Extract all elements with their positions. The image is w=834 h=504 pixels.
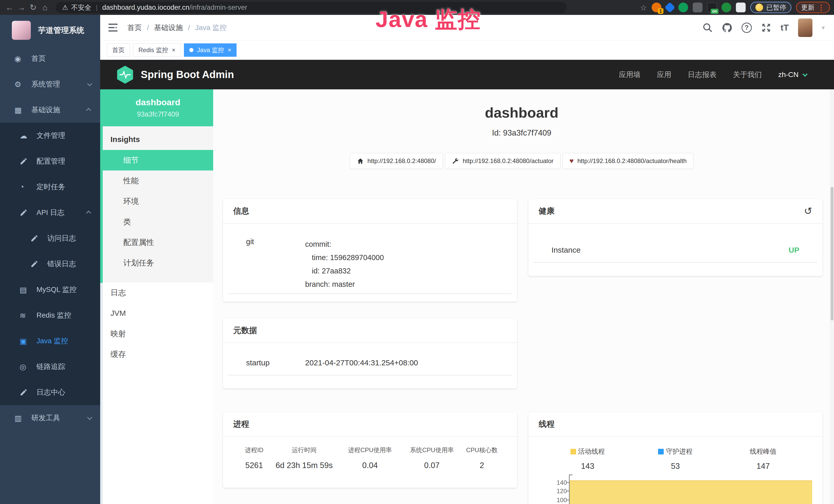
security-label[interactable]: 不安全: [71, 3, 91, 12]
sba-item-caches[interactable]: 缓存: [103, 344, 213, 365]
hamburger-icon[interactable]: [108, 24, 119, 32]
sidebar-item-config-manage[interactable]: 配置管理: [0, 148, 100, 174]
sidebar-item-access-log[interactable]: 访问日志: [0, 225, 100, 251]
sidebar-item-system[interactable]: ⚙ 系统管理: [0, 71, 100, 97]
sba-item-jvm[interactable]: JVM: [103, 303, 213, 323]
sba-item-config-props[interactable]: 配置属性: [103, 232, 213, 253]
sidebar-item-java-monitor[interactable]: ▣ Java 监控: [0, 328, 100, 354]
legend-swatch-yellow: [570, 449, 576, 455]
log-edit-icon: [20, 208, 37, 217]
close-icon[interactable]: ×: [227, 46, 231, 54]
sba-item-logs[interactable]: 日志: [103, 282, 213, 303]
metadata-value: 2021-04-27T00:44:31.254+08:00: [305, 359, 418, 367]
scrollbar-track[interactable]: [830, 89, 834, 504]
url-domain: dashboard.yudao.iocoder.cn: [102, 4, 189, 12]
actuator-url-button[interactable]: http://192.168.0.2:48080/actuator: [445, 153, 561, 169]
fullscreen-icon[interactable]: [761, 23, 771, 33]
sidebar-item-scheduled-jobs[interactable]: ◔ 定时任务: [0, 174, 100, 200]
tab-label: Java 监控: [197, 46, 224, 54]
log-edit-icon: [20, 388, 37, 396]
app-logo: [12, 21, 31, 40]
sba-instance-header[interactable]: dashboard 93a3fc7f7409: [103, 89, 213, 126]
extension-list-icon[interactable]: on: [707, 3, 717, 12]
tab-home[interactable]: 首页: [107, 43, 130, 57]
browser-menu-icon[interactable]: ⋮: [817, 3, 825, 12]
legend-value: 143: [581, 462, 594, 471]
sidebar-item-mysql-monitor[interactable]: ▤ MySQL 监控: [0, 277, 100, 302]
service-url-button[interactable]: http://192.168.0.2:48080/: [350, 153, 443, 169]
profile-paused-badge[interactable]: 已暂停: [750, 2, 791, 13]
address-bar[interactable]: ⚠ 不安全 | dashboard.yudao.iocoder.cn /infr…: [56, 2, 567, 13]
sba-item-scheduled-tasks[interactable]: 计划任务: [103, 253, 213, 273]
browser-home-icon[interactable]: ⌂: [39, 3, 51, 12]
close-icon[interactable]: ×: [172, 46, 175, 54]
health-key: Instance: [551, 246, 580, 254]
tab-java-monitor[interactable]: Java 监控 ×: [184, 43, 237, 57]
extension-leaf-icon[interactable]: [722, 3, 731, 12]
sba-brand[interactable]: Spring Boot Admin: [117, 65, 234, 84]
chrome-update-button[interactable]: 更新 ⋮: [796, 2, 830, 13]
github-icon[interactable]: [722, 23, 732, 33]
app-logo-row[interactable]: 芋道管理系统: [0, 15, 100, 46]
sba-nav-wallboard[interactable]: 应用墙: [619, 70, 641, 79]
card-title: 进程: [233, 419, 249, 430]
sidebar-item-file-manage[interactable]: ☁ 文件管理: [0, 123, 100, 148]
sba-item-mappings[interactable]: 映射: [103, 323, 213, 344]
sba-item-environment[interactable]: 环境: [103, 191, 213, 211]
process-table: 进程ID 5261 运行时间 6d 23h 15m 59s 进程CPU使用率 0…: [223, 437, 517, 470]
row-divider: [228, 294, 512, 294]
sba-nav-about[interactable]: 关于我们: [733, 70, 762, 79]
browser-reload-icon[interactable]: ↻: [27, 3, 39, 12]
history-icon[interactable]: ↺: [804, 205, 812, 217]
extension-y-icon[interactable]: [678, 3, 688, 12]
sidebar-item-infrastructure[interactable]: ▦ 基础设施: [0, 97, 100, 123]
bookmark-star-icon[interactable]: ☆: [640, 3, 647, 12]
sba-nav-applications[interactable]: 应用: [657, 70, 672, 79]
avatar-caret-icon[interactable]: ▾: [822, 24, 825, 31]
insights-section: Insights 细节 性能 环境 类 配置属性 计划任务: [103, 126, 213, 282]
sidebar-item-devtools[interactable]: ▥ 研发工具: [0, 405, 100, 431]
font-size-icon[interactable]: tT: [781, 23, 789, 32]
card-title: 元数据: [233, 325, 257, 336]
sba-item-details[interactable]: 细节: [103, 150, 213, 170]
sba-item-metrics[interactable]: 性能: [103, 170, 213, 191]
extension-grid-icon[interactable]: [693, 3, 702, 12]
extensions-puzzle-icon[interactable]: [736, 3, 746, 12]
scrollbar-thumb[interactable]: [831, 187, 833, 320]
sidebar-item-log-center[interactable]: 日志中心: [0, 380, 100, 405]
health-url-button[interactable]: ♥ http://192.168.0.2:48080/actuator/heal…: [563, 153, 694, 169]
sidebar-item-tracing[interactable]: ◎ 链路追踪: [0, 354, 100, 380]
sidebar-item-api-log[interactable]: API 日志: [0, 200, 100, 225]
browser-back-icon[interactable]: ←: [4, 3, 16, 12]
legend-swatch-blue: [658, 449, 664, 455]
page-title: dashboard: [213, 104, 830, 121]
search-icon[interactable]: [702, 23, 713, 33]
help-icon[interactable]: ?: [742, 23, 752, 33]
sba-sidebar-strip-lower: [100, 283, 103, 504]
tab-label: 首页: [112, 46, 125, 54]
avatar[interactable]: [798, 19, 812, 37]
browser-forward-icon[interactable]: →: [16, 3, 27, 12]
navbar-actions: ? tT ▾: [702, 19, 825, 37]
process-card-header: 进程: [223, 412, 517, 437]
sidebar-item-home[interactable]: ◉ 首页: [0, 46, 100, 71]
sba-item-classes[interactable]: 类: [103, 211, 213, 232]
column-header: 进程ID: [238, 446, 270, 454]
breadcrumb-infrastructure[interactable]: 基础设施: [154, 23, 183, 32]
sidebar-item-redis-monitor[interactable]: ≋ Redis 监控: [0, 302, 100, 328]
sidebar-item-error-log[interactable]: 错误日志: [0, 251, 100, 277]
extension-pin-icon[interactable]: [664, 2, 675, 13]
git-commit-line: commit:: [305, 237, 384, 251]
legend-value: 147: [756, 462, 770, 471]
cloud-upload-icon: ☁: [20, 131, 37, 140]
extension-refresh-icon[interactable]: 1: [652, 3, 661, 12]
sba-nav-journal[interactable]: 日志报表: [688, 70, 717, 79]
chart-tick: [566, 491, 569, 491]
card-title: 线程: [539, 419, 554, 430]
sba-logo-icon: [117, 65, 134, 84]
sba-locale-select[interactable]: zh-CN: [778, 71, 806, 79]
y-tick-100: 100: [551, 497, 567, 504]
breadcrumb-home[interactable]: 首页: [127, 23, 142, 32]
status-badge: UP: [789, 246, 799, 254]
tab-redis-monitor[interactable]: Redis 监控 ×: [133, 43, 181, 57]
